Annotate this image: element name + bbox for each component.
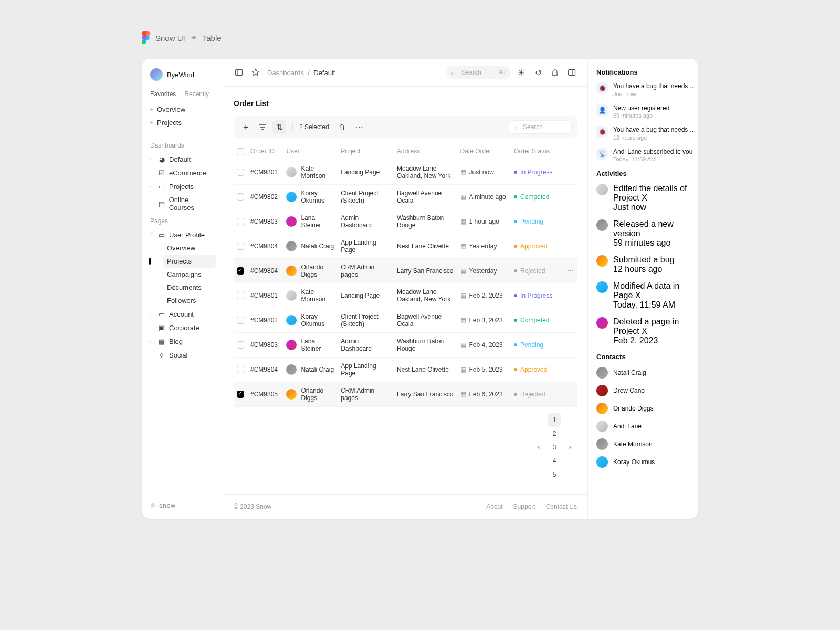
notification-item[interactable]: 🐞You have a bug that needs t…Just now xyxy=(596,82,690,97)
table-row[interactable]: #CM9801 Kate Morrison Landing Page Meado… xyxy=(234,283,577,308)
rightbar-toggle-icon[interactable] xyxy=(566,67,577,78)
order-id: #CM9804 xyxy=(247,234,283,258)
activity-item[interactable]: Edited the details of Project XJust now xyxy=(596,184,690,212)
history-icon[interactable]: ↺ xyxy=(533,67,543,78)
col-header[interactable]: Project xyxy=(338,143,394,160)
sidebar-user[interactable]: ByeWind xyxy=(148,68,216,81)
row-checkbox[interactable] xyxy=(237,292,244,299)
contact-item[interactable]: Orlando Diggs xyxy=(596,403,690,414)
page-number[interactable]: 2 xyxy=(548,427,561,440)
activity-item[interactable]: Submitted a bug12 hours ago xyxy=(596,255,690,274)
notif-time: Today, 11:59 AM xyxy=(613,156,692,162)
nav-item[interactable]: ›▭Account xyxy=(148,307,216,321)
table-row[interactable]: #CM9804 Natali Craig App Landing Page Ne… xyxy=(234,357,577,382)
contact-item[interactable]: Andi Lane xyxy=(596,421,690,432)
col-header[interactable]: User xyxy=(283,143,338,160)
more-button[interactable]: ⋯ xyxy=(352,120,366,134)
sub-item[interactable]: Followers xyxy=(163,294,216,307)
row-checkbox[interactable] xyxy=(237,317,244,324)
contact-item[interactable]: Drew Cano xyxy=(596,385,690,396)
table-row[interactable]: #CM9804 Natali Craig App Landing Page Ne… xyxy=(234,234,577,258)
main: Dashboards / Default ⌕ Search ⌘/ ☀ ↺ Ord… xyxy=(223,59,588,519)
table-row[interactable]: #CM9802 Koray Okumus Client Project (Skt… xyxy=(234,184,577,209)
page-number[interactable]: 4 xyxy=(548,454,561,468)
add-button[interactable]: ＋ xyxy=(239,120,253,134)
nav-item[interactable]: ›▤Blog xyxy=(148,334,216,348)
filter-button[interactable] xyxy=(256,120,269,134)
table-row[interactable]: #CM9804 Orlando Diggs CRM Admin pages La… xyxy=(234,258,577,283)
avatar xyxy=(286,241,297,251)
tab-favorites[interactable]: Favorites xyxy=(150,90,176,98)
star-icon[interactable] xyxy=(250,67,261,78)
page-heading: Order List xyxy=(234,99,577,108)
crumb-a[interactable]: Dashboards xyxy=(267,69,304,77)
nav-item[interactable]: ›◕Default xyxy=(148,152,216,166)
page-number[interactable]: 5 xyxy=(548,468,561,481)
row-checkbox[interactable] xyxy=(237,193,244,201)
row-checkbox[interactable] xyxy=(237,267,244,275)
contact-item[interactable]: Koray Okumus xyxy=(596,456,690,468)
avatar xyxy=(286,290,297,301)
svg-rect-3 xyxy=(569,70,575,76)
col-header[interactable]: Order ID xyxy=(247,143,283,160)
activity-item[interactable]: Released a new version59 minutes ago xyxy=(596,219,690,248)
contact-item[interactable]: Kate Morrison xyxy=(596,438,690,450)
nav-item[interactable]: ›▣Corporate xyxy=(148,321,216,334)
row-checkbox[interactable] xyxy=(237,218,244,225)
table-row[interactable]: #CM9803 Lana Steiner Admin Dashboard Was… xyxy=(234,332,577,357)
row-checkbox[interactable] xyxy=(237,243,244,250)
contact-item[interactable]: Natali Craig xyxy=(596,367,690,379)
notification-item[interactable]: 🐞You have a bug that needs t…12 hours ag… xyxy=(596,126,690,141)
nav-item[interactable]: ›▤Online Courses xyxy=(148,193,216,214)
nav-item[interactable]: ›▭Projects xyxy=(148,180,216,193)
bell-icon[interactable] xyxy=(550,67,560,78)
footer-link[interactable]: About xyxy=(486,503,502,510)
page-next[interactable]: › xyxy=(563,440,577,454)
notif-text: You have a bug that needs t… xyxy=(613,82,697,91)
table-row[interactable]: #CM9801 Kate Morrison Landing Page Meado… xyxy=(234,160,577,184)
table-search[interactable]: ⌕ Search xyxy=(509,120,572,134)
activity-item[interactable]: Modified A data in Page XToday, 11:59 AM xyxy=(596,281,690,310)
table-row[interactable]: #CM9802 Koray Okumus Client Project (Skt… xyxy=(234,308,577,332)
crumb-b[interactable]: Default xyxy=(313,69,335,77)
avatar xyxy=(286,167,297,177)
sub-item[interactable]: Documents xyxy=(163,281,216,294)
row-checkbox[interactable] xyxy=(237,169,244,176)
notification-item[interactable]: 📡Andi Lane subscribed to youToday, 11:59… xyxy=(596,148,690,163)
nav-item[interactable]: ›◊Social xyxy=(148,348,216,362)
activity-item[interactable]: Deleted a page in Project XFeb 2, 2023 xyxy=(596,317,690,345)
page-number[interactable]: 1 xyxy=(548,413,561,427)
page-prev[interactable]: ‹ xyxy=(532,440,545,454)
col-header[interactable]: Order Status xyxy=(511,143,564,160)
checkbox-all[interactable] xyxy=(237,148,244,155)
table-row[interactable]: #CM9803 Lana Steiner Admin Dashboard Was… xyxy=(234,209,577,234)
notification-item[interactable]: 👤New user registered59 minutes ago xyxy=(596,104,690,119)
fav-item[interactable]: Overview xyxy=(148,103,216,116)
col-header[interactable]: Address xyxy=(394,143,457,160)
fav-item[interactable]: Projects xyxy=(148,116,216,129)
row-more-icon[interactable]: ⋯ xyxy=(568,267,574,275)
sub-item[interactable]: Campaigns xyxy=(163,268,216,281)
row-checkbox[interactable] xyxy=(237,366,244,373)
sort-button[interactable]: ⇅ xyxy=(272,120,286,134)
section-dashboards: Dashboards xyxy=(150,142,216,149)
delete-button[interactable] xyxy=(335,120,349,134)
user-name: Orlando Diggs xyxy=(301,264,334,278)
table-row[interactable]: #CM9805 Orlando Diggs CRM Admin pages La… xyxy=(234,382,577,406)
row-checkbox[interactable] xyxy=(237,391,244,398)
col-header[interactable]: Date Order xyxy=(457,143,511,160)
nav-user-profile[interactable]: › ▭ User Profile xyxy=(148,228,216,242)
sub-item[interactable]: Projects xyxy=(163,255,216,268)
global-search[interactable]: ⌕ Search ⌘/ xyxy=(447,66,510,79)
sub-item[interactable]: Overview xyxy=(163,242,216,255)
status-badge: Competed xyxy=(514,193,561,201)
address: Nest Lane Olivette xyxy=(394,357,457,382)
theme-icon[interactable]: ☀ xyxy=(516,67,527,78)
page-number[interactable]: 3 xyxy=(548,440,561,454)
footer-link[interactable]: Contact Us xyxy=(546,503,577,510)
footer-link[interactable]: Support xyxy=(513,503,536,510)
sidebar-toggle-icon[interactable] xyxy=(234,67,244,78)
tab-recently[interactable]: Recently xyxy=(184,90,209,98)
nav-item[interactable]: ›☑eCommerce xyxy=(148,166,216,180)
row-checkbox[interactable] xyxy=(237,341,244,349)
